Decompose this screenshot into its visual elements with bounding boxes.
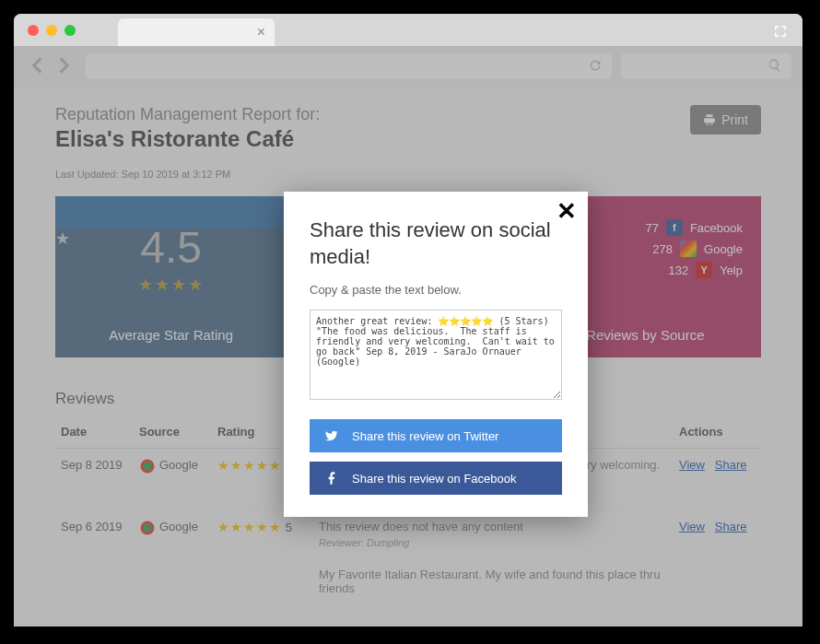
star-icons: ★★★★★: [138, 275, 205, 295]
col-date: Date: [55, 416, 134, 449]
view-link[interactable]: View: [679, 458, 705, 472]
avg-rating-label: Average Star Rating: [109, 327, 233, 343]
facebook-icon: f: [666, 219, 683, 236]
share-link[interactable]: Share: [715, 520, 747, 533]
print-button[interactable]: Print: [690, 105, 761, 135]
close-icon[interactable]: ✕: [556, 199, 577, 223]
address-bar[interactable]: [86, 53, 612, 79]
share-link[interactable]: Share: [715, 458, 747, 472]
browser-toolbar: [14, 46, 802, 87]
modal-subtitle: Copy & paste the text below.: [310, 283, 562, 297]
reload-icon[interactable]: [588, 58, 603, 76]
share-twitter-button[interactable]: Share this review on Twitter: [310, 419, 562, 452]
twitter-icon: [324, 428, 339, 443]
svg-point-1: [144, 463, 152, 471]
yelp-icon: Y: [696, 262, 712, 278]
source-row-google: 278 Google: [631, 240, 743, 257]
close-tab-icon[interactable]: ×: [257, 24, 265, 41]
facebook-icon: [324, 471, 339, 486]
minimize-icon[interactable]: [46, 25, 57, 36]
google-icon: [139, 520, 156, 536]
star-icons: ★★★★★: [217, 520, 282, 534]
google-icon: [139, 458, 156, 474]
modal-title: Share this review on social media!: [310, 217, 562, 270]
sources-label: Reviews by Source: [586, 327, 704, 343]
browser-window: × Reputation Management Report for: Elis…: [14, 14, 802, 626]
star-icons: ★★★★★: [217, 458, 282, 473]
avg-rating-card: 4.5 ★★★★★ Average Star Rating: [55, 196, 287, 357]
avg-rating-value: 4.5: [140, 222, 202, 273]
google-icon: [680, 240, 697, 257]
col-source: Source: [134, 416, 212, 449]
page-subtitle: Reputation Management Report for:: [55, 105, 320, 124]
page-title: Elisa's Ristorante Café: [55, 126, 320, 152]
svg-point-3: [144, 524, 152, 533]
search-bar[interactable]: [621, 53, 791, 79]
browser-tabstrip: ×: [14, 14, 802, 46]
print-icon: [703, 113, 716, 126]
search-icon[interactable]: [767, 58, 782, 76]
last-updated: Last Updated: Sep 10 2019 at 3:12 PM: [55, 169, 761, 180]
share-text-input[interactable]: [310, 310, 562, 400]
fullscreen-icon[interactable]: [772, 23, 789, 42]
print-label: Print: [721, 112, 748, 127]
view-link[interactable]: View: [679, 520, 705, 533]
source-row-facebook: 77 f Facebook: [631, 219, 743, 236]
maximize-icon[interactable]: [64, 25, 76, 36]
share-facebook-button[interactable]: Share this review on Facebook: [310, 462, 562, 495]
source-row-yelp: 132 Y Yelp: [631, 262, 743, 278]
share-modal: ✕ Share this review on social media! Cop…: [284, 192, 588, 517]
table-row: My Favorite Italian Restaurant. My wife …: [55, 558, 761, 605]
browser-tab[interactable]: ×: [118, 18, 275, 46]
col-actions: Actions: [674, 416, 761, 449]
window-controls: [14, 25, 76, 36]
close-icon[interactable]: [28, 25, 39, 36]
table-row: Sep 6 2019 Google ★★★★★ 5 This review do…: [55, 510, 761, 558]
back-icon[interactable]: [25, 53, 49, 80]
forward-icon[interactable]: [53, 53, 76, 80]
